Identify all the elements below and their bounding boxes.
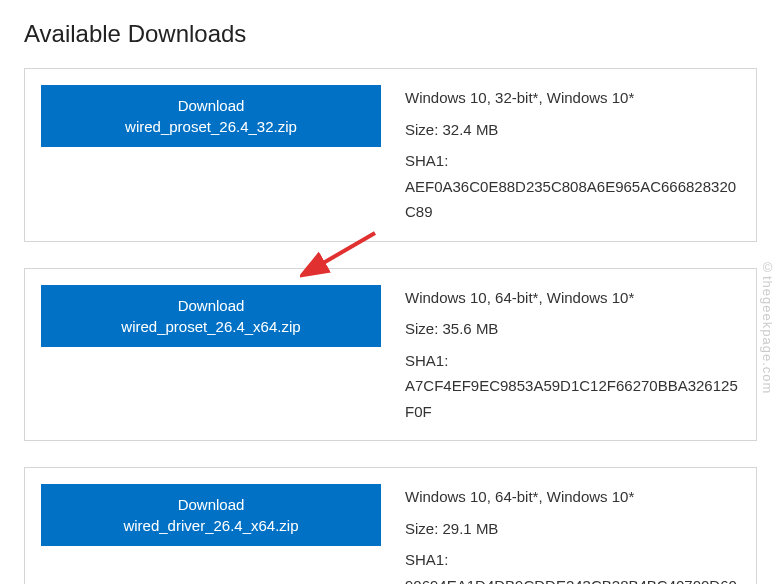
os-text: Windows 10, 64-bit*, Windows 10* xyxy=(405,484,740,510)
size-text: Size: 35.6 MB xyxy=(405,316,740,342)
download-card: Download wired_driver_26.4_x64.zip Windo… xyxy=(24,467,757,584)
watermark-text: ©thegeekpage.com xyxy=(760,260,775,394)
size-text: Size: 29.1 MB xyxy=(405,516,740,542)
download-card: Download wired_proset_26.4_32.zip Window… xyxy=(24,68,757,242)
download-label: Download xyxy=(178,295,245,316)
sha-label: SHA1: xyxy=(405,348,740,374)
download-info: Windows 10, 32-bit*, Windows 10* Size: 3… xyxy=(405,85,740,225)
download-filename: wired_proset_26.4_32.zip xyxy=(125,116,297,137)
download-info: Windows 10, 64-bit*, Windows 10* Size: 2… xyxy=(405,484,740,584)
sha-value: A7CF4EF9EC9853A59D1C12F66270BBA326125F0F xyxy=(405,373,740,424)
download-button-driver-x64[interactable]: Download wired_driver_26.4_x64.zip xyxy=(41,484,381,546)
sha-label: SHA1: xyxy=(405,547,740,573)
size-text: Size: 32.4 MB xyxy=(405,117,740,143)
download-button-proset-x64[interactable]: Download wired_proset_26.4_x64.zip xyxy=(41,285,381,347)
download-button-proset-32[interactable]: Download wired_proset_26.4_32.zip xyxy=(41,85,381,147)
download-info: Windows 10, 64-bit*, Windows 10* Size: 3… xyxy=(405,285,740,425)
os-text: Windows 10, 32-bit*, Windows 10* xyxy=(405,85,740,111)
os-text: Windows 10, 64-bit*, Windows 10* xyxy=(405,285,740,311)
download-label: Download xyxy=(178,494,245,515)
sha-value: AEF0A36C0E88D235C808A6E965AC666828320C89 xyxy=(405,174,740,225)
download-filename: wired_driver_26.4_x64.zip xyxy=(123,515,298,536)
page-title: Available Downloads xyxy=(24,20,757,48)
sha-value: 90694EA1D4DB9CDDE243CB28B4BC40700D60A07B xyxy=(405,573,740,585)
download-label: Download xyxy=(178,95,245,116)
sha-label: SHA1: xyxy=(405,148,740,174)
download-filename: wired_proset_26.4_x64.zip xyxy=(121,316,300,337)
download-card: Download wired_proset_26.4_x64.zip Windo… xyxy=(24,268,757,442)
